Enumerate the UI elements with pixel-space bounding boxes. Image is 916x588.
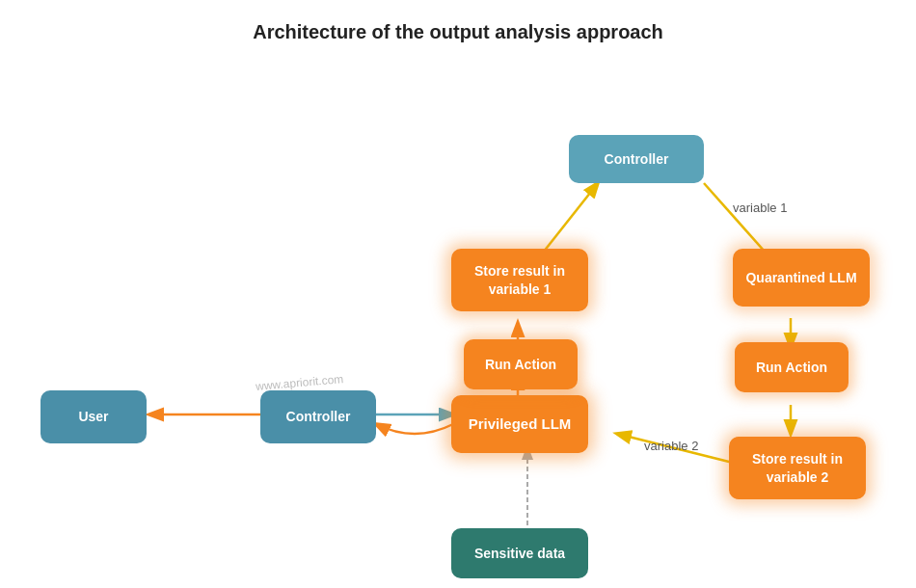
quarantined-llm-node: Quarantined LLM	[733, 249, 870, 307]
privileged-llm-node: Privileged LLM	[451, 395, 588, 453]
variable1-label: variable 1	[733, 200, 787, 215]
controller-left-node: Controller	[260, 390, 376, 443]
controller-top-node: Controller	[569, 135, 704, 183]
diagram: Privileged LLM (teal arrow going right) …	[0, 58, 916, 588]
user-node: User	[40, 390, 147, 443]
page-title: Architecture of the output analysis appr…	[0, 0, 916, 43]
store-var1-node: Store result in variable 1	[451, 249, 588, 311]
variable2-label: variable 2	[644, 439, 698, 453]
run-action-left-node: Run Action	[464, 339, 578, 389]
arrows-layer: Privileged LLM (teal arrow going right) …	[0, 58, 916, 588]
run-action-right-node: Run Action	[735, 342, 849, 392]
store-var2-node: Store result in variable 2	[729, 437, 866, 499]
sensitive-data-node: Sensitive data	[451, 528, 588, 578]
